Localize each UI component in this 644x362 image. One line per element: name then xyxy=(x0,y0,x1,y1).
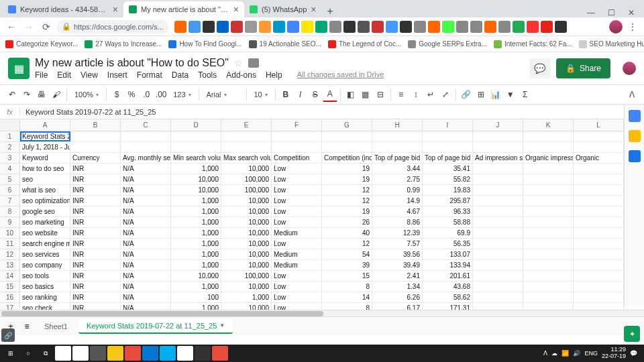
cell[interactable] xyxy=(574,228,624,238)
menu-data[interactable]: Data xyxy=(172,70,189,80)
menu-file[interactable]: File xyxy=(35,70,48,80)
cell[interactable]: 12.39 xyxy=(372,228,423,238)
cell[interactable]: 100,000 xyxy=(221,174,272,184)
cell[interactable]: 40 xyxy=(322,228,372,238)
cell[interactable] xyxy=(574,142,624,152)
undo-button[interactable]: ↶ xyxy=(5,87,19,102)
print-button[interactable]: 🖶 xyxy=(35,87,48,102)
start-button[interactable]: ⊞ xyxy=(3,346,19,361)
close-icon[interactable]: × xyxy=(113,4,118,15)
cell[interactable]: 1,000 xyxy=(171,196,221,206)
cell[interactable] xyxy=(473,185,523,195)
extension-icon[interactable] xyxy=(541,21,553,33)
link-button[interactable]: 🔗 xyxy=(460,87,473,102)
cell[interactable]: 8.86 xyxy=(372,217,423,227)
cell[interactable]: 14.9 xyxy=(372,196,423,206)
v-align-button[interactable]: ↕ xyxy=(409,87,423,102)
cell[interactable]: 10,000 xyxy=(221,303,272,310)
cell[interactable]: 295.87 xyxy=(423,196,473,206)
zoom-select[interactable]: 100% xyxy=(70,90,103,99)
taskbar-app[interactable] xyxy=(55,346,71,361)
currency-button[interactable]: $ xyxy=(110,87,123,102)
comment-button[interactable]: ⊞ xyxy=(474,87,488,102)
cell[interactable]: 39 xyxy=(322,260,372,270)
cell[interactable]: 10,000 xyxy=(171,185,221,195)
cell[interactable]: 39.56 xyxy=(372,249,423,259)
cell[interactable]: 171.31 xyxy=(423,303,473,310)
cell[interactable] xyxy=(523,282,574,292)
cell[interactable] xyxy=(221,131,272,141)
cell[interactable]: 10,000 xyxy=(221,228,272,238)
cell[interactable]: INR xyxy=(70,239,121,249)
cell[interactable]: INR xyxy=(70,260,121,270)
explore-button[interactable]: ✦ xyxy=(624,326,640,342)
cell[interactable] xyxy=(523,142,574,152)
wrap-button[interactable]: ↵ xyxy=(424,87,437,102)
cell[interactable]: seo marketing xyxy=(20,217,70,227)
filter-button[interactable]: ▼ xyxy=(504,87,517,102)
cell[interactable]: N/A xyxy=(121,164,171,174)
extension-icon[interactable] xyxy=(513,21,525,33)
cell[interactable]: INR xyxy=(70,164,121,174)
cell[interactable]: N/A xyxy=(121,249,171,259)
cell[interactable] xyxy=(574,174,624,184)
cell[interactable] xyxy=(574,185,624,195)
rotate-button[interactable]: ⤢ xyxy=(439,87,452,102)
doc-title[interactable]: My new article is about "How to do SEO" xyxy=(35,57,229,69)
cell[interactable]: N/A xyxy=(121,303,171,310)
column-header[interactable]: C xyxy=(121,119,171,131)
cell[interactable] xyxy=(574,196,624,206)
increase-decimal-button[interactable]: .00 xyxy=(154,87,168,102)
row-header[interactable]: 6 xyxy=(0,185,19,196)
calendar-icon[interactable] xyxy=(629,110,641,122)
extension-icon[interactable] xyxy=(386,21,398,33)
cell[interactable] xyxy=(171,131,221,141)
cell[interactable]: 19.83 xyxy=(423,185,473,195)
cell[interactable] xyxy=(473,131,523,141)
cell[interactable]: 2.41 xyxy=(372,271,423,281)
cell[interactable]: seo tools xyxy=(20,271,70,281)
cell[interactable]: 10,000 xyxy=(221,249,272,259)
cell[interactable] xyxy=(574,249,624,259)
cell[interactable]: 100 xyxy=(171,292,221,302)
cell[interactable]: 19 xyxy=(322,206,372,217)
cell[interactable]: 1.34 xyxy=(372,282,423,292)
percent-button[interactable]: % xyxy=(125,87,138,102)
bookmark-item[interactable]: 27 Ways to Increase... xyxy=(85,40,162,48)
tray-chevron-icon[interactable]: ᐱ xyxy=(543,350,547,357)
column-header[interactable]: G xyxy=(322,119,372,131)
cell[interactable] xyxy=(523,260,574,270)
cell[interactable]: 0.99 xyxy=(372,185,423,195)
extension-icon[interactable] xyxy=(343,21,356,33)
cell[interactable] xyxy=(523,292,574,302)
extension-icon[interactable] xyxy=(358,21,370,33)
column-header[interactable]: E xyxy=(221,119,272,131)
cell[interactable]: 10,000 xyxy=(171,174,221,184)
column-header[interactable]: L xyxy=(574,119,624,131)
format-select[interactable]: 123 xyxy=(169,90,195,99)
cell[interactable]: 10,000 xyxy=(221,217,272,227)
cell[interactable]: 1,000 xyxy=(171,164,221,174)
extension-icon[interactable] xyxy=(245,21,257,33)
cell[interactable] xyxy=(272,142,322,152)
cell[interactable]: 1,000 xyxy=(171,260,221,270)
cell[interactable]: search engine m xyxy=(20,239,70,249)
menu-help[interactable]: Help xyxy=(266,70,282,80)
row-header[interactable]: 14 xyxy=(0,271,19,282)
cell[interactable]: INR xyxy=(70,217,121,227)
cell[interactable] xyxy=(574,260,624,270)
cell[interactable]: INR xyxy=(70,185,121,195)
cell[interactable]: 1,000 xyxy=(221,292,272,302)
taskbar-app[interactable] xyxy=(195,346,211,361)
extension-icon[interactable] xyxy=(484,21,496,33)
row-header[interactable]: 9 xyxy=(0,217,19,228)
browser-tab[interactable]: (5) WhatsApp× xyxy=(244,1,321,17)
cell[interactable] xyxy=(473,282,523,292)
cell[interactable]: Keyword Stats 2019-07-22 at 11_25_25 xyxy=(20,131,70,141)
cell[interactable] xyxy=(523,196,574,206)
taskbar-app[interactable] xyxy=(90,346,106,361)
row-header[interactable]: 17 xyxy=(0,303,19,310)
cell[interactable]: N/A xyxy=(121,174,171,184)
column-header[interactable]: I xyxy=(423,119,473,131)
functions-button[interactable]: Σ xyxy=(519,87,532,102)
